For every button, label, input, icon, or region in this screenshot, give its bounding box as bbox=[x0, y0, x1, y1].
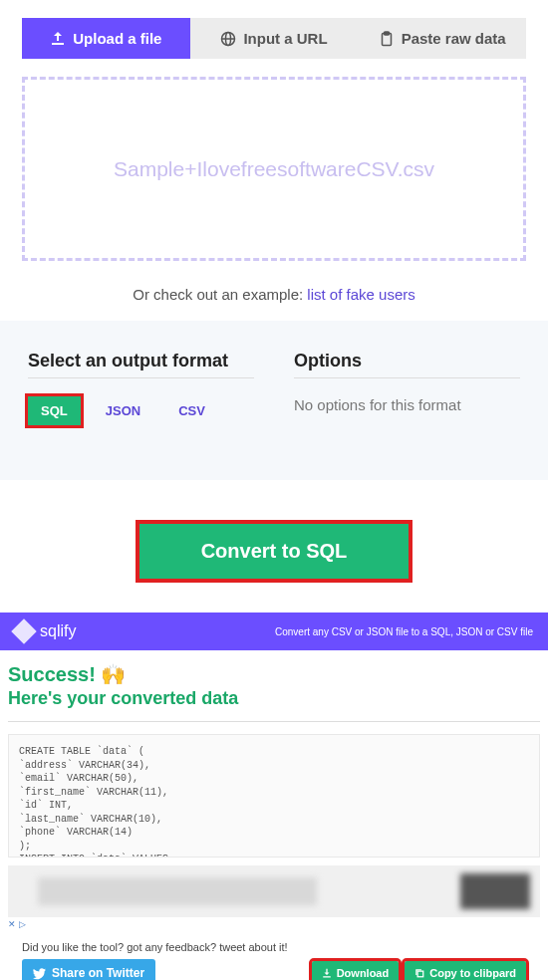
tab-input-url[interactable]: Input a URL bbox=[190, 18, 359, 59]
brand-name: sqlify bbox=[40, 622, 76, 640]
copy-clipboard-button[interactable]: Copy to clibpard bbox=[405, 961, 526, 980]
format-sql-button[interactable]: SQL bbox=[28, 396, 81, 425]
adchoices-icon[interactable]: ✕ ▷ bbox=[8, 919, 540, 929]
format-csv-button[interactable]: CSV bbox=[165, 396, 218, 425]
tab-upload-label: Upload a file bbox=[73, 30, 161, 47]
format-column: Select an output format SQL JSON CSV bbox=[28, 351, 254, 425]
upload-icon bbox=[50, 31, 66, 47]
tab-paste-label: Paste raw data bbox=[402, 30, 506, 47]
uploaded-filename: Sample+IlovefreesoftwareCSV.csv bbox=[114, 157, 434, 181]
ad-content-blur bbox=[460, 873, 530, 909]
divider bbox=[28, 377, 254, 378]
options-panel: Select an output format SQL JSON CSV Opt… bbox=[0, 321, 548, 480]
success-title: Success! 🙌 bbox=[8, 662, 540, 686]
download-button[interactable]: Download bbox=[312, 961, 400, 980]
format-buttons: SQL JSON CSV bbox=[28, 396, 254, 425]
app-header: sqlify Convert any CSV or JSON file to a… bbox=[0, 612, 548, 650]
example-line: Or check out an example: list of fake us… bbox=[0, 286, 548, 303]
success-block: Success! 🙌 Here's your converted data bbox=[0, 650, 548, 724]
tab-paste-raw[interactable]: Paste raw data bbox=[358, 18, 526, 59]
download-icon bbox=[322, 968, 332, 978]
logo-icon bbox=[11, 618, 36, 643]
share-twitter-button[interactable]: Share on Twitter bbox=[22, 959, 155, 980]
divider bbox=[8, 721, 540, 722]
example-link[interactable]: list of fake users bbox=[307, 286, 414, 303]
feedback-text: Did you like the tool? got any feedback?… bbox=[22, 941, 526, 953]
convert-section: Convert to SQL bbox=[0, 480, 548, 612]
download-label: Download bbox=[337, 967, 390, 979]
copy-icon bbox=[414, 968, 424, 978]
options-text: No options for this format bbox=[294, 396, 520, 413]
svg-rect-3 bbox=[384, 32, 389, 35]
input-mode-tabs: Upload a file Input a URL Paste raw data bbox=[22, 18, 526, 59]
copy-label: Copy to clibpard bbox=[429, 967, 516, 979]
options-heading: Options bbox=[294, 351, 520, 371]
ad-banner[interactable] bbox=[8, 865, 540, 917]
options-column: Options No options for this format bbox=[294, 351, 520, 425]
example-prefix: Or check out an example: bbox=[133, 286, 307, 303]
sql-output-textarea[interactable]: CREATE TABLE `data` ( `address` VARCHAR(… bbox=[8, 734, 540, 858]
tab-url-label: Input a URL bbox=[243, 30, 327, 47]
format-heading: Select an output format bbox=[28, 351, 254, 371]
convert-button[interactable]: Convert to SQL bbox=[136, 520, 413, 583]
success-text: Success! bbox=[8, 663, 96, 686]
twitter-icon bbox=[33, 967, 46, 980]
success-subtitle: Here's your converted data bbox=[8, 688, 540, 709]
tagline: Convert any CSV or JSON file to a SQL, J… bbox=[275, 626, 533, 637]
hands-emoji: 🙌 bbox=[101, 662, 126, 686]
twitter-label: Share on Twitter bbox=[52, 966, 144, 980]
format-json-button[interactable]: JSON bbox=[93, 396, 153, 425]
divider bbox=[294, 377, 520, 378]
footer: Did you like the tool? got any feedback?… bbox=[0, 929, 548, 980]
tab-upload-file[interactable]: Upload a file bbox=[22, 18, 190, 59]
brand[interactable]: sqlify bbox=[15, 622, 76, 640]
file-dropzone[interactable]: Sample+IlovefreesoftwareCSV.csv bbox=[22, 77, 526, 261]
ad-content-blur bbox=[38, 877, 317, 905]
globe-icon bbox=[220, 31, 236, 47]
footer-actions: Share on Twitter Download Copy to clibpa… bbox=[22, 959, 526, 980]
clipboard-icon bbox=[379, 31, 395, 47]
svg-rect-4 bbox=[417, 971, 423, 977]
